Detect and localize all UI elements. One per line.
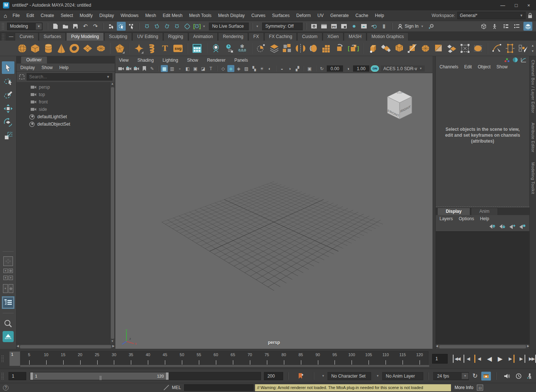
outliner-menu-item[interactable]: Display [20,65,35,70]
time-slider-grip[interactable] [1,355,4,362]
current-frame-field[interactable]: 1 [432,354,448,364]
scrollbar-thumb[interactable] [111,87,114,339]
timeline-tick[interactable]: 65 [224,352,241,366]
multi-cut-button[interactable] [407,42,417,54]
maximize-button[interactable]: □ [515,3,518,8]
timeline-tick[interactable]: 20 [72,352,89,366]
timeline-tick[interactable]: 10 [38,352,55,366]
layer-editor-menu-item[interactable]: Layers [440,216,453,221]
motion-blur-toggle-icon[interactable]: ◑ [286,65,293,72]
outliner-search-box[interactable]: ▼ [27,73,112,81]
contrast-icon[interactable]: ◑ [345,65,352,72]
command-language-toggle[interactable]: MEL [172,385,181,390]
scrollbar-thumb[interactable] [439,345,526,348]
go-to-start-button[interactable]: ◀◀ [453,355,461,363]
menu-item[interactable]: Help [372,11,387,20]
spin-edge-backward-button[interactable] [335,42,345,54]
shelf-tab[interactable]: FX [248,33,264,41]
maya-account-badge[interactable]: MAYA [3,331,14,342]
shelf-tab[interactable]: Rigging [163,33,188,41]
selection-filter-icon[interactable] [19,74,25,80]
shelf-tab[interactable]: Custom [297,33,322,41]
range-slider-track[interactable]: 1120 [30,372,261,380]
more-info-button[interactable]: More Info [455,385,474,390]
character-set-caret-icon[interactable]: ▼ [322,374,325,378]
menu-item[interactable]: Create [37,11,57,20]
wireframe-mode-icon[interactable]: ◇ [220,65,227,72]
snap-to-point-button[interactable]: Ω [163,22,172,31]
boolean-button[interactable] [256,42,266,54]
color-gamut-icon[interactable] [504,58,510,62]
render-view-button[interactable] [310,22,319,31]
sync-playback-icon[interactable] [516,373,522,379]
timeline-tick[interactable]: 110 [377,352,394,366]
range-start-handle[interactable] [30,372,33,380]
spin-edge-forward-button[interactable]: [] [348,42,359,54]
select-hierarchy-button[interactable] [107,22,116,31]
lighting-toggle-icon[interactable]: ☀ [258,65,265,72]
auto-keyframe-toggle[interactable] [481,372,491,381]
poly-torus-button[interactable] [69,42,79,54]
go-to-end-button[interactable]: ▶▶ [528,355,536,363]
subdivide-button[interactable] [322,42,332,54]
home-icon[interactable]: ⌂ [4,13,7,19]
timeline-tick[interactable]: 70 [241,352,258,366]
timeline-tick[interactable]: 15 [55,352,72,366]
timeline-tick[interactable]: 80 [275,352,292,366]
timeline-tick[interactable]: 90 [309,352,326,366]
menu-item[interactable]: Surfaces [269,11,293,20]
shelf-scroll-down-icon[interactable]: ▼ [531,50,534,53]
shaded-mode-icon[interactable]: ◆ [227,65,234,72]
animation-start-field[interactable]: 1 [9,372,26,380]
timeline-playhead[interactable]: 1 [9,351,20,366]
quad-draw-overlay-button[interactable] [447,42,457,54]
timeline-tick[interactable]: 85 [292,352,309,366]
timeline-tick[interactable]: 105 [360,352,377,366]
shelf-tab[interactable]: Poly Modeling [66,33,104,41]
step-forward-key-button[interactable]: ▶ [506,355,515,363]
timeline-tick[interactable]: 60 [207,352,224,366]
shelf-tab[interactable]: Rendering [218,33,248,41]
paint-select-tool[interactable] [2,89,14,101]
new-scene-button[interactable] [51,22,60,31]
bookmark-icon[interactable] [141,65,148,72]
layout-four-pane-button[interactable]: + [3,269,8,273]
outliner-item-top[interactable]: top [17,91,115,98]
range-end-handle[interactable] [166,372,169,380]
timeline-tick[interactable]: 25 [89,352,106,366]
reset-transform-button[interactable] [224,42,234,54]
anim-layer-selector[interactable]: No Anim Layer [382,372,424,380]
layout-split-a-button[interactable]: + [3,276,8,280]
poly-plane-button[interactable] [82,42,93,54]
grid-toggle-icon[interactable]: ▦ [161,65,168,72]
poly-disc-button[interactable] [96,42,106,54]
scroll-down-icon[interactable]: ▼ [111,340,114,344]
layer-editor-tab[interactable]: Display [437,208,470,215]
timeline-tick[interactable]: 5 [21,352,38,366]
select-tool[interactable] [2,61,14,74]
shelf-tab[interactable]: Surfaces [39,33,66,41]
draw-overlay-icon[interactable]: ✎ [149,65,156,72]
ipr-render-button[interactable]: IPR [330,22,339,31]
crease-tool-button[interactable] [492,42,502,54]
bevel-button[interactable] [381,42,391,54]
panel-divider[interactable] [432,56,435,349]
camera-select-icon[interactable] [118,65,125,72]
script-editor-button[interactable]: {;} [477,385,483,391]
fps-selector[interactable]: 24 fps▼ [433,372,469,380]
viewport-menu-item[interactable]: Show [187,58,198,63]
svg-tool-button[interactable]: svg [173,42,183,54]
menu-item[interactable]: Windows [117,11,142,20]
platonic-solid-button[interactable] [115,42,125,54]
image-plane-icon[interactable]: ◪ [200,65,207,72]
create-layer-from-selected-icon[interactable] [519,224,526,229]
layout-split-b-button[interactable]: + [9,276,13,280]
scrollbar-thumb[interactable] [20,345,111,348]
outliner-item-persp[interactable]: persp [17,83,115,91]
shelf-tab[interactable]: XGen [323,33,344,41]
field-chart-icon[interactable]: ▣ [192,65,199,72]
character-controls-button[interactable] [490,22,499,31]
pause-viewport-button[interactable]: ‖ [380,22,389,31]
outliner-menu-item[interactable]: Show [41,65,52,70]
outliner-horizontal-scrollbar[interactable]: ◀ ▶ [17,344,115,349]
